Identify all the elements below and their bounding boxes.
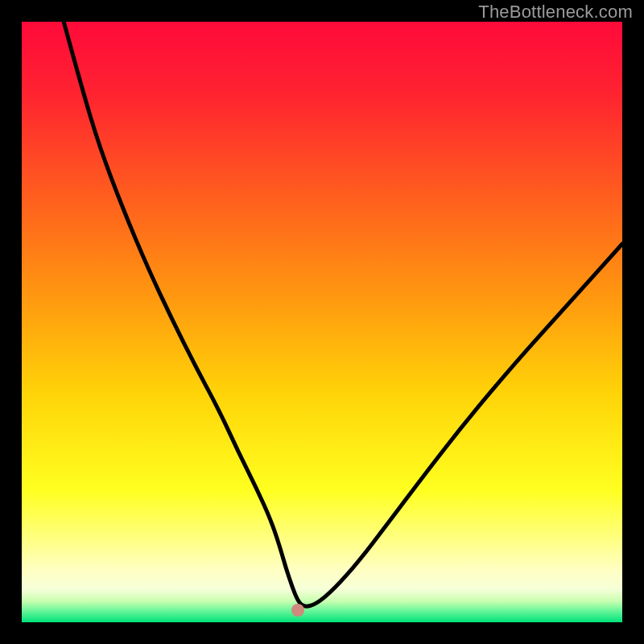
highlight-marker [291,604,304,617]
chart-frame: TheBottleneck.com [0,0,644,644]
bottleneck-curve [22,22,622,622]
plot-area [22,22,622,622]
watermark-text: TheBottleneck.com [478,2,633,23]
